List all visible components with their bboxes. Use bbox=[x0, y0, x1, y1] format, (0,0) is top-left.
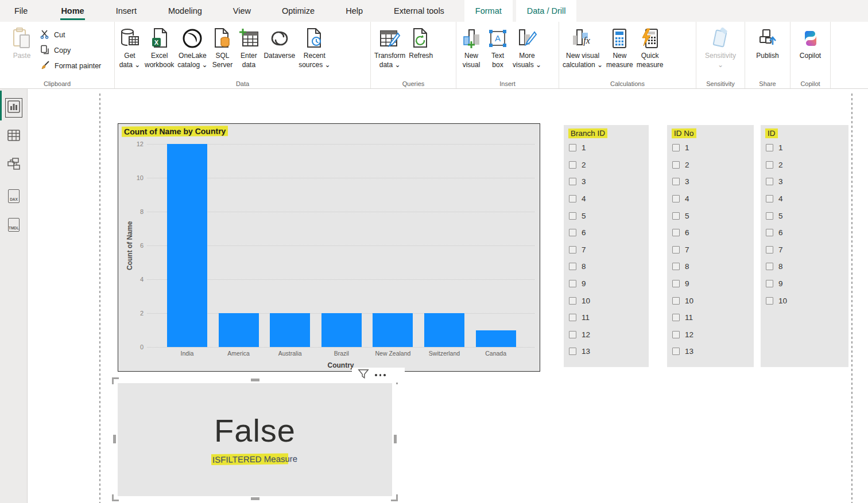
sql-server-button[interactable]: SQL Server bbox=[211, 25, 234, 69]
checkbox-icon[interactable] bbox=[569, 280, 576, 287]
chart-bar[interactable] bbox=[219, 313, 259, 347]
checkbox-icon[interactable] bbox=[672, 297, 680, 305]
checkbox-icon[interactable] bbox=[672, 280, 680, 287]
resize-handle-top[interactable] bbox=[251, 379, 259, 381]
text-box-button[interactable]: A Text box bbox=[486, 25, 509, 69]
checkbox-icon[interactable] bbox=[672, 229, 680, 236]
slicer-item[interactable]: 9 bbox=[564, 275, 649, 293]
slicer-item[interactable]: 2 bbox=[761, 157, 848, 174]
slicer-item[interactable]: 8 bbox=[564, 258, 649, 275]
copy-button[interactable]: Copy bbox=[40, 45, 101, 56]
more-options-icon[interactable] bbox=[375, 374, 386, 376]
slicer-item[interactable]: 10 bbox=[564, 292, 649, 309]
slicer-branch-id[interactable]: Branch ID 12345678910111213 bbox=[564, 125, 649, 367]
onelake-catalog-button[interactable]: OneLake catalog ⌄ bbox=[177, 25, 207, 69]
slicer-item[interactable]: 3 bbox=[564, 173, 649, 190]
slicer-item[interactable]: 12 bbox=[564, 326, 649, 344]
sidebar-item-model-view[interactable] bbox=[0, 151, 28, 180]
slicer-item[interactable]: 5 bbox=[564, 207, 649, 224]
chart-bar[interactable] bbox=[476, 330, 516, 348]
checkbox-icon[interactable] bbox=[766, 263, 773, 270]
checkbox-icon[interactable] bbox=[766, 246, 773, 254]
sidebar-item-report-view[interactable] bbox=[0, 93, 28, 122]
slicer-item[interactable]: 4 bbox=[667, 190, 754, 208]
checkbox-icon[interactable] bbox=[766, 280, 773, 287]
new-visual-button[interactable]: New visual bbox=[460, 25, 483, 69]
slicer-item[interactable]: 7 bbox=[667, 241, 754, 259]
resize-handle-bottom[interactable] bbox=[251, 497, 259, 500]
menu-help[interactable]: Help bbox=[337, 0, 371, 22]
menu-view[interactable]: View bbox=[224, 0, 259, 22]
resize-handle-bottom-left[interactable] bbox=[112, 494, 119, 501]
sidebar-item-table-view[interactable] bbox=[0, 122, 28, 151]
checkbox-icon[interactable] bbox=[672, 246, 680, 254]
checkbox-icon[interactable] bbox=[569, 178, 576, 185]
checkbox-icon[interactable] bbox=[569, 246, 576, 254]
card-visual[interactable]: False ISFILTERED Measure bbox=[118, 383, 392, 496]
slicer-item[interactable]: 9 bbox=[667, 275, 754, 293]
resize-handle-top-left[interactable] bbox=[112, 377, 119, 384]
transform-data-button[interactable]: Transform data ⌄ bbox=[374, 25, 405, 69]
menu-modeling[interactable]: Modeling bbox=[160, 0, 211, 22]
checkbox-icon[interactable] bbox=[569, 144, 576, 151]
menu-insert[interactable]: Insert bbox=[107, 0, 145, 22]
slicer-id-no[interactable]: ID No 12345678910111213 bbox=[667, 125, 754, 367]
checkbox-icon[interactable] bbox=[569, 314, 576, 321]
chart-bar[interactable] bbox=[424, 313, 464, 347]
menu-external-tools[interactable]: External tools bbox=[385, 0, 453, 22]
checkbox-icon[interactable] bbox=[569, 212, 576, 220]
sidebar-item-tmdl-view[interactable]: TMDL bbox=[0, 210, 28, 239]
slicer-item[interactable]: 11 bbox=[564, 309, 649, 326]
checkbox-icon[interactable] bbox=[672, 331, 680, 338]
enter-data-button[interactable]: Enter data bbox=[237, 25, 260, 69]
slicer-item[interactable]: 6 bbox=[761, 224, 848, 241]
checkbox-icon[interactable] bbox=[672, 348, 680, 355]
publish-button[interactable]: Publish bbox=[756, 25, 779, 61]
new-measure-button[interactable]: New measure bbox=[606, 25, 633, 69]
slicer-item[interactable]: 1 bbox=[667, 139, 754, 157]
checkbox-icon[interactable] bbox=[766, 144, 773, 151]
slicer-item[interactable]: 6 bbox=[564, 224, 649, 241]
slicer-item[interactable]: 10 bbox=[667, 292, 754, 309]
slicer-item[interactable]: 3 bbox=[761, 173, 848, 190]
chart-bar[interactable] bbox=[373, 313, 413, 347]
checkbox-icon[interactable] bbox=[766, 297, 773, 305]
new-visual-calculation-button[interactable]: fx New visual calculation ⌄ bbox=[563, 25, 603, 69]
checkbox-icon[interactable] bbox=[672, 161, 680, 169]
slicer-item[interactable]: 1 bbox=[761, 139, 848, 157]
checkbox-icon[interactable] bbox=[569, 161, 576, 169]
checkbox-icon[interactable] bbox=[766, 161, 773, 169]
chart-bar[interactable] bbox=[321, 313, 362, 347]
checkbox-icon[interactable] bbox=[569, 297, 576, 305]
bar-chart-visual[interactable]: Count of Name by Country Count of Name C… bbox=[118, 123, 540, 372]
refresh-button[interactable]: Refresh bbox=[409, 25, 433, 61]
slicer-item[interactable]: 6 bbox=[667, 224, 754, 241]
slicer-item[interactable]: 4 bbox=[564, 190, 649, 208]
resize-handle-right[interactable] bbox=[394, 435, 397, 443]
slicer-item[interactable]: 8 bbox=[761, 258, 848, 275]
resize-handle-left[interactable] bbox=[113, 435, 116, 443]
sidebar-item-dax-query-view[interactable]: DAX bbox=[0, 182, 28, 210]
filter-funnel-icon[interactable] bbox=[358, 368, 369, 382]
tab-format[interactable]: Format bbox=[464, 0, 513, 22]
slicer-item[interactable]: 9 bbox=[761, 275, 848, 293]
checkbox-icon[interactable] bbox=[672, 144, 680, 151]
slicer-item[interactable]: 5 bbox=[667, 207, 754, 224]
more-visuals-button[interactable]: More visuals ⌄ bbox=[513, 25, 541, 69]
format-painter-button[interactable]: Format painter bbox=[40, 60, 101, 72]
slicer-item[interactable]: 13 bbox=[564, 343, 649, 360]
slicer-item[interactable]: 5 bbox=[761, 207, 848, 224]
recent-sources-button[interactable]: Recent sources ⌄ bbox=[299, 25, 330, 69]
dataverse-button[interactable]: Dataverse bbox=[264, 25, 295, 61]
slicer-item[interactable]: 11 bbox=[667, 309, 754, 326]
checkbox-icon[interactable] bbox=[569, 229, 576, 236]
slicer-item[interactable]: 12 bbox=[667, 326, 754, 344]
slicer-item[interactable]: 10 bbox=[761, 292, 848, 309]
paste-button[interactable]: Paste bbox=[7, 25, 37, 61]
slicer-item[interactable]: 8 bbox=[667, 258, 754, 275]
quick-measure-button[interactable]: Quick measure bbox=[637, 25, 664, 69]
menu-home[interactable]: Home bbox=[52, 0, 92, 22]
slicer-id[interactable]: ID 12345678910 bbox=[761, 125, 848, 367]
checkbox-icon[interactable] bbox=[672, 314, 680, 321]
checkbox-icon[interactable] bbox=[766, 195, 773, 202]
